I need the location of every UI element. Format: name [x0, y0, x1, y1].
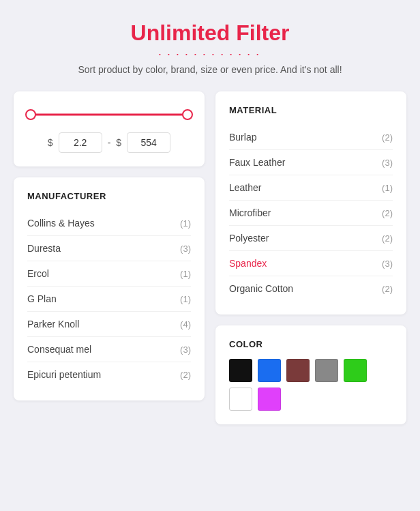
material-label: Microfiber — [229, 207, 271, 218]
manufacturer-count: (3) — [180, 244, 191, 254]
material-item[interactable]: Polyester (2) — [229, 226, 393, 251]
material-count: (3) — [382, 158, 393, 168]
material-item[interactable]: Leather (1) — [229, 175, 393, 201]
price-inputs: $ - $ — [27, 132, 191, 153]
manufacturer-list: Collins & Hayes (1)Duresta (3)Ercol (1)G… — [27, 211, 191, 387]
color-swatch-gray[interactable] — [315, 359, 338, 382]
material-count: (3) — [382, 259, 393, 269]
material-count: (2) — [382, 284, 393, 294]
price-slider[interactable] — [27, 108, 191, 121]
material-header: MATERIAL — [229, 105, 393, 115]
manufacturer-count: (1) — [180, 218, 191, 229]
manufacturer-item[interactable]: Consequat mel (3) — [27, 337, 191, 362]
color-swatches — [229, 359, 393, 411]
currency-left: $ — [48, 137, 53, 148]
color-card: COLOR — [215, 325, 406, 424]
manufacturer-count: (2) — [180, 370, 191, 380]
material-list: Burlap (2)Faux Leather (3)Leather (1)Mic… — [229, 125, 393, 301]
page-title: Unlimited Filter — [131, 20, 290, 46]
material-item[interactable]: Spandex (3) — [229, 251, 393, 276]
color-swatch-black[interactable] — [229, 359, 252, 382]
manufacturer-item[interactable]: G Plan (1) — [27, 287, 191, 312]
manufacturer-count: (1) — [180, 294, 191, 304]
color-header: COLOR — [229, 339, 393, 349]
material-count: (2) — [382, 233, 393, 244]
material-label: Organic Cotton — [229, 283, 293, 294]
subtitle: Sort product by color, brand, size or ev… — [78, 64, 342, 75]
manufacturer-item[interactable]: Epicuri petentium (2) — [27, 362, 191, 387]
manufacturer-count: (3) — [180, 345, 191, 355]
manufacturer-count: (4) — [180, 319, 191, 330]
manufacturer-item[interactable]: Ercol (1) — [27, 261, 191, 287]
slider-handle-left[interactable] — [25, 109, 36, 120]
color-swatch-blue[interactable] — [258, 359, 281, 382]
manufacturer-label: Ercol — [27, 268, 49, 279]
material-label: Burlap — [229, 132, 256, 143]
manufacturer-count: (1) — [180, 269, 191, 279]
material-count: (1) — [382, 183, 393, 193]
price-min-input[interactable] — [59, 132, 102, 153]
currency-right: $ — [116, 137, 121, 148]
manufacturer-item[interactable]: Duresta (3) — [27, 236, 191, 261]
manufacturer-item[interactable]: Collins & Hayes (1) — [27, 211, 191, 236]
title-dots: • • • • • • • • • • • • — [159, 51, 261, 57]
material-item[interactable]: Faux Leather (3) — [229, 150, 393, 175]
material-count: (2) — [382, 208, 393, 218]
material-label: Leather — [229, 182, 261, 193]
material-item[interactable]: Burlap (2) — [229, 125, 393, 150]
material-label: Faux Leather — [229, 157, 286, 168]
slider-track — [27, 114, 191, 116]
manufacturer-label: G Plan — [27, 293, 57, 304]
color-swatch-white[interactable] — [229, 388, 252, 411]
manufacturer-label: Epicuri petentium — [27, 369, 101, 380]
manufacturer-label: Consequat mel — [27, 344, 91, 355]
slider-handle-right[interactable] — [182, 109, 193, 120]
material-count: (2) — [382, 132, 393, 143]
material-card: MATERIAL Burlap (2)Faux Leather (3)Leath… — [215, 91, 406, 315]
material-label: Polyester — [229, 233, 269, 244]
color-swatch-brown[interactable] — [286, 359, 310, 382]
material-item[interactable]: Microfiber (2) — [229, 201, 393, 226]
manufacturer-label: Collins & Hayes — [27, 218, 95, 229]
manufacturer-label: Duresta — [27, 243, 61, 254]
material-item[interactable]: Organic Cotton (2) — [229, 276, 393, 301]
manufacturer-label: Parker Knoll — [27, 319, 79, 330]
price-range-card: $ - $ — [14, 91, 205, 166]
manufacturer-header: MANUFACTURER — [27, 191, 191, 201]
color-swatch-green[interactable] — [344, 359, 367, 382]
price-max-input[interactable] — [127, 132, 170, 153]
manufacturer-item[interactable]: Parker Knoll (4) — [27, 312, 191, 337]
price-dash: - — [108, 137, 111, 148]
manufacturer-card: MANUFACTURER Collins & Hayes (1)Duresta … — [14, 177, 205, 400]
color-swatch-pink[interactable] — [258, 388, 281, 411]
material-label: Spandex — [229, 258, 267, 269]
